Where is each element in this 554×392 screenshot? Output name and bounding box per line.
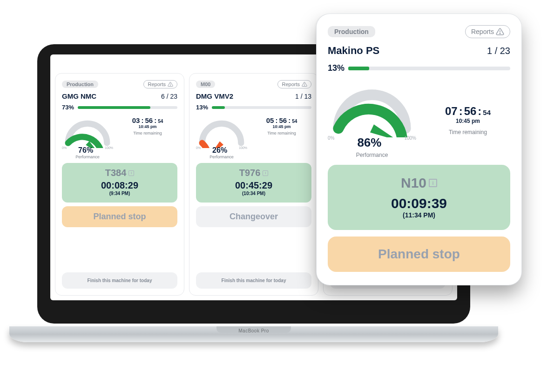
- gauge: 0%86%100% Performance: [328, 82, 416, 158]
- job-timer-at: (11:34 PM): [333, 211, 505, 219]
- info-icon[interactable]: i: [128, 170, 134, 176]
- machine-name: Makino PS: [328, 45, 379, 57]
- laptop-base: MacBook Pro: [9, 326, 498, 342]
- performance-label: Performance: [209, 155, 234, 159]
- status-pill: M00: [196, 81, 215, 88]
- svg-point-1: [170, 85, 171, 86]
- time-remaining: 03 : 56 : 54 10:45 pm Time remaining: [118, 116, 177, 135]
- machine-name: GMG NMC: [62, 92, 96, 100]
- progress-pct: 13%: [328, 63, 345, 73]
- job-timer: 00:09:39: [333, 196, 505, 211]
- job-panel[interactable]: T384i 00:08:29 (9:34 PM): [62, 163, 177, 203]
- status-pill: Production: [328, 26, 375, 37]
- time-remaining: 07 : 56 : 54 10:45 pm Time remaining: [426, 105, 510, 135]
- reports-button[interactable]: Reports: [277, 80, 311, 88]
- info-icon[interactable]: i: [429, 179, 437, 187]
- gauge: 0%76%100% Performance: [62, 116, 113, 159]
- time-remaining: 05 : 56 : 54 10:45 pm Time remaining: [252, 116, 311, 135]
- performance-label: Performance: [356, 152, 388, 158]
- job-timer-at: (10:34 PM): [200, 191, 308, 196]
- reports-label: Reports: [282, 81, 300, 87]
- job-timer: 00:45:29: [200, 180, 308, 191]
- performance-label: Performance: [75, 155, 100, 159]
- count-text: 1 / 13: [295, 93, 311, 100]
- job-panel[interactable]: T976i 00:45:29 (10:34 PM): [196, 163, 311, 203]
- alert-icon: [302, 81, 307, 87]
- progress-pct: 73%: [62, 104, 74, 111]
- machine-name: DMG VMV2: [196, 92, 233, 100]
- job-timer-at: (9:34 PM): [66, 191, 174, 196]
- progress-bar: [212, 106, 311, 109]
- laptop-brand-text: MacBook Pro: [238, 328, 269, 333]
- machine-card[interactable]: Production Reports GMG NMC 6 / 23 73% 0%…: [55, 73, 184, 296]
- phone-card: Production Reports Makino PS 1 / 23 13% …: [317, 14, 521, 285]
- progress-bar: [78, 106, 177, 109]
- finish-button[interactable]: Finish this machine for today: [196, 272, 311, 289]
- reports-button[interactable]: Reports: [465, 25, 510, 38]
- job-panel[interactable]: N10i 00:09:39 (11:34 PM): [328, 165, 510, 230]
- svg-point-3: [304, 85, 305, 86]
- action-button[interactable]: Planned stop: [62, 206, 177, 227]
- svg-point-7: [500, 33, 500, 34]
- job-timer: 00:08:29: [66, 180, 174, 191]
- progress-bar: [348, 67, 510, 70]
- alert-icon: [168, 81, 173, 87]
- count-text: 1 / 23: [487, 46, 510, 56]
- finish-button[interactable]: Finish this machine for today: [62, 272, 177, 289]
- job-code: N10: [401, 175, 426, 191]
- reports-button[interactable]: Reports: [143, 80, 177, 88]
- info-icon[interactable]: i: [263, 170, 268, 176]
- action-button[interactable]: Planned stop: [328, 237, 510, 272]
- machine-card[interactable]: M00 Reports DMG VMV2 1 / 13 13% 0%26%100…: [189, 73, 318, 296]
- status-pill: Production: [62, 81, 98, 88]
- count-text: 6 / 23: [161, 93, 177, 100]
- job-code: T384: [105, 168, 127, 178]
- alert-icon: [496, 27, 504, 36]
- action-button[interactable]: Changeover: [196, 206, 311, 227]
- job-code: T976: [239, 168, 261, 178]
- progress-pct: 13%: [196, 104, 208, 111]
- reports-label: Reports: [471, 28, 494, 35]
- gauge: 0%26%100% Performance: [196, 116, 247, 159]
- reports-label: Reports: [148, 81, 166, 87]
